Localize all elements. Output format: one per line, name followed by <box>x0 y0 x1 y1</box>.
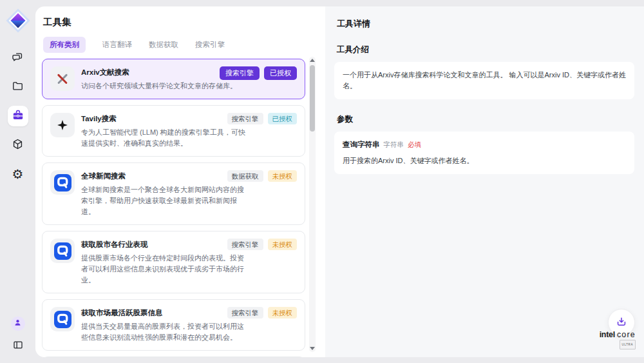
category-badge: 搜索引擎 <box>227 239 263 250</box>
tool-description: 提供股票市场各个行业在特定时间段内的表现。投资者可以利用这些信息来识别表现优于或… <box>81 253 246 286</box>
collapse-panel[interactable] <box>9 337 27 355</box>
detail-title: 工具详情 <box>337 18 634 30</box>
tool-detail-pane: 工具详情 工具介绍 一个用于从Arxiv存储库搜索科学论文和文章的工具。 输入可… <box>325 6 644 357</box>
user-avatar[interactable] <box>11 317 25 331</box>
intro-card: 一个用于从Arxiv存储库搜索科学论文和文章的工具。 输入可以是Arxiv ID… <box>334 62 634 99</box>
blue-e-icon <box>50 307 75 331</box>
nav-cube[interactable] <box>8 135 28 155</box>
auth-badge: 已授权 <box>268 113 298 124</box>
rail-bottom <box>9 317 27 355</box>
intel-text: intel <box>600 330 615 339</box>
tool-title: Tavily搜索 <box>81 113 246 124</box>
tool-description: 访问各个研究领域大量科学论文和文章的存储库。 <box>81 81 246 92</box>
blue-e-icon <box>50 170 75 195</box>
intro-heading: 工具介绍 <box>337 44 634 55</box>
tool-card[interactable]: Tavily搜索 专为人工智能代理 (LLM) 构建的搜索引擎工具，可快速提供实… <box>42 105 305 157</box>
icon-rail: ⚙ <box>0 0 35 363</box>
blue-e-icon <box>50 239 75 263</box>
tool-title: 获取股市各行业表现 <box>81 239 246 250</box>
chat-icon <box>12 51 24 65</box>
param-type: 字符串 <box>384 139 404 150</box>
category-badge: 数据获取 <box>227 170 263 182</box>
tool-description: 全球新闻搜索是一个聚合全球各大新闻网站内容的搜索引擎，帮助用户快速获取全球最新资… <box>81 184 246 217</box>
tool-card[interactable]: Arxiv文献搜索 访问各个研究领域大量科学论文和文章的存储库。 搜索引擎 已授… <box>42 59 305 99</box>
param-name: 查询字符串 <box>343 139 380 151</box>
scroll-up-arrow-icon[interactable] <box>310 59 315 62</box>
tool-card[interactable]: 获取股市各行业表现 提供股票市场各个行业在特定时间段内的表现。投资者可以利用这些… <box>42 231 305 293</box>
tab-language-translation[interactable]: 语言翻译 <box>102 40 132 50</box>
nav-folder[interactable] <box>8 77 28 97</box>
param-card: 查询字符串 字符串 必填 用于搜索的Arxiv ID、关键字或作者姓名。 <box>334 132 634 174</box>
auth-badge: 未授权 <box>268 239 298 250</box>
tab-search-engine[interactable]: 搜索引擎 <box>195 40 225 50</box>
tab-all-categories[interactable]: 所有类别 <box>43 37 86 53</box>
core-text: core <box>617 330 636 339</box>
scroll-down-arrow-icon[interactable] <box>310 347 315 350</box>
param-required-flag: 必填 <box>408 139 421 150</box>
tool-description: 提供当天交易量最高的股票列表，投资者可以利用这些信息来识别流动性强的股票和潜在的… <box>81 321 246 343</box>
auth-badge: 未授权 <box>268 170 298 182</box>
app-root: ⚙ <box>0 0 644 363</box>
nav-settings[interactable]: ⚙ <box>8 164 28 184</box>
intro-text: 一个用于从Arxiv存储库搜索科学论文和文章的工具。 输入可以是Arxiv ID… <box>343 71 626 90</box>
rail-nav: ⚙ <box>8 48 28 184</box>
main-panel: 工具集 所有类别 语言翻译 数据获取 搜索引擎 Arxiv文献搜索 访问各个研究… <box>35 6 644 357</box>
category-tabs: 所有类别 语言翻译 数据获取 搜索引擎 <box>42 37 325 53</box>
tool-description: 专为人工智能代理 (LLM) 构建的搜索引擎工具，可快速提供实时、准确和真实的结… <box>81 127 246 149</box>
panel-icon <box>12 339 24 353</box>
page-title: 工具集 <box>43 16 325 28</box>
tool-title: 获取市场最活跃股票信息 <box>81 307 246 318</box>
cube-icon <box>12 138 24 152</box>
app-logo-icon <box>5 8 31 34</box>
tool-list-pane: 工具集 所有类别 语言翻译 数据获取 搜索引擎 Arxiv文献搜索 访问各个研究… <box>35 6 325 357</box>
intel-core-logo: intelcore ULTRA <box>600 330 636 349</box>
auth-badge: 未授权 <box>268 307 298 319</box>
param-description: 用于搜索的Arxiv ID、关键字或作者姓名。 <box>343 155 626 166</box>
tool-card[interactable]: 万维地区新闻查询 查询具体行政区划内的新闻，快速了解各地新闻动 搜索引擎 未授权 <box>42 357 305 357</box>
category-badge: 搜索引擎 <box>227 307 263 319</box>
nav-chat[interactable] <box>8 48 28 68</box>
ultra-badge: ULTRA <box>620 340 636 349</box>
category-badge: 搜索引擎 <box>220 66 260 80</box>
tool-card[interactable]: 获取市场最活跃股票信息 提供当天交易量最高的股票列表，投资者可以利用这些信息来识… <box>42 299 305 351</box>
category-badge: 搜索引擎 <box>227 113 263 124</box>
arxiv-icon <box>50 66 75 91</box>
download-icon <box>615 315 628 330</box>
folder-icon <box>12 80 24 94</box>
param-header: 查询字符串 字符串 必填 <box>343 139 626 151</box>
tool-card-list: Arxiv文献搜索 访问各个研究领域大量科学论文和文章的存储库。 搜索引擎 已授… <box>42 59 305 357</box>
scrollbar-thumb[interactable] <box>310 65 315 132</box>
auth-badge: 已授权 <box>264 66 297 80</box>
gear-icon: ⚙ <box>12 168 24 181</box>
params-heading: 参数 <box>337 114 634 125</box>
tool-card[interactable]: 全球新闻搜索 全球新闻搜索是一个聚合全球各大新闻网站内容的搜索引擎，帮助用户快速… <box>42 162 305 225</box>
tab-data-fetch[interactable]: 数据获取 <box>149 40 178 50</box>
toolbox-icon <box>12 109 24 124</box>
tool-title: 全球新闻搜索 <box>81 170 246 181</box>
scrollbar <box>309 57 316 352</box>
nav-toolbox[interactable] <box>8 106 28 126</box>
person-icon <box>13 318 23 329</box>
star-icon <box>50 113 75 137</box>
